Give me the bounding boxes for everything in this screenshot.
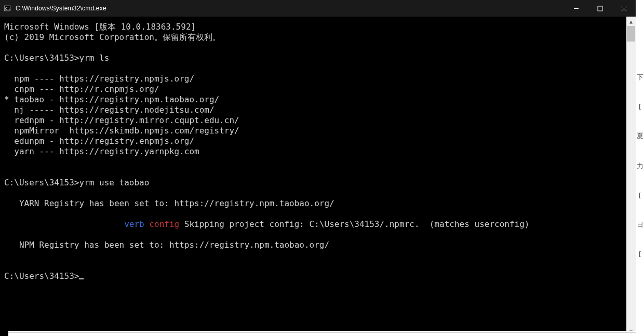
side-char: [ — [636, 250, 644, 258]
side-char: [ — [636, 192, 644, 199]
side-char: 日 — [636, 220, 644, 230]
scroll-track[interactable] — [626, 26, 636, 327]
svg-text:C:\: C:\ — [5, 7, 10, 10]
scrollbar[interactable]: ▲ ▼ — [626, 17, 636, 336]
titlebar[interactable]: C:\ C:\Windows\System32\cmd.exe — [0, 0, 636, 17]
scroll-thumb[interactable] — [627, 26, 635, 42]
window-title: C:\Windows\System32\cmd.exe — [15, 5, 564, 12]
close-button[interactable] — [612, 0, 636, 17]
side-char: 夏 — [636, 131, 644, 141]
side-char: [ — [636, 103, 644, 111]
side-char: 下 — [636, 73, 644, 82]
svg-rect-4 — [598, 6, 602, 11]
scroll-up-icon[interactable]: ▲ — [626, 17, 636, 26]
cmd-window: C:\ C:\Windows\System32\cmd.exe Microsof… — [0, 0, 636, 336]
minimize-button[interactable] — [564, 0, 588, 17]
cmd-icon: C:\ — [0, 5, 15, 12]
side-gutter: 下[夏力[日[ — [636, 0, 644, 336]
maximize-button[interactable] — [588, 0, 612, 17]
cursor — [79, 278, 84, 279]
bottom-white — [8, 331, 636, 336]
terminal-output[interactable]: Microsoft Windows [版本 10.0.18363.592] (c… — [0, 17, 626, 336]
side-char: 力 — [636, 162, 644, 171]
